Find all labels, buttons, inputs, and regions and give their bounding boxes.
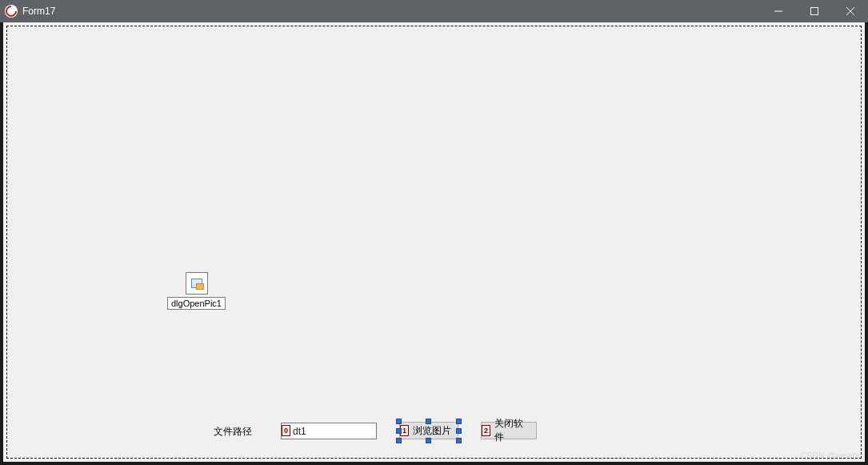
app-icon	[5, 5, 18, 18]
open-dialog-icon	[186, 272, 208, 295]
selection-handle-middle-left[interactable]	[396, 428, 402, 434]
tab-order-badge-edit: 0	[282, 425, 290, 436]
selection-handle-middle-right[interactable]	[456, 428, 462, 434]
selection-handle-bottom-left[interactable]	[396, 438, 402, 443]
selection-handle-top-middle[interactable]	[426, 419, 431, 424]
filepath-edit[interactable]	[281, 423, 377, 439]
svg-rect-1	[810, 8, 818, 15]
window-title: Form17	[22, 6, 55, 17]
selection-handle-top-right[interactable]	[456, 419, 462, 424]
client-area: dlgOpenPic1 文件路径 0 1 浏览图片 2 关闭软件 CSDN @w	[3, 22, 865, 462]
form-design-surface[interactable]: dlgOpenPic1 文件路径 0 1 浏览图片 2 关闭软件	[6, 26, 862, 459]
titlebar[interactable]: Form17	[0, 0, 868, 22]
window-controls	[760, 0, 868, 22]
selection-handle-bottom-right[interactable]	[456, 438, 462, 443]
watermark: CSDN @weiabc	[801, 451, 862, 460]
maximize-button[interactable]	[796, 0, 832, 22]
minimize-icon	[774, 7, 782, 15]
close-button-label: 关闭软件	[494, 417, 531, 444]
component-caption: dlgOpenPic1	[167, 297, 226, 310]
filepath-label[interactable]: 文件路径	[214, 425, 252, 439]
folder-dialog-icon	[191, 279, 202, 288]
close-icon	[846, 7, 854, 15]
tab-order-badge-close: 2	[482, 425, 490, 436]
browse-button-label: 浏览图片	[413, 424, 451, 438]
designer-window: Form17 dlgOpenPic1 文件路径 0	[0, 0, 868, 465]
selection-handle-top-left[interactable]	[396, 419, 402, 424]
close-window-button[interactable]	[832, 0, 868, 22]
minimize-button[interactable]	[760, 0, 796, 22]
maximize-icon	[810, 7, 818, 15]
selection-handle-bottom-middle[interactable]	[426, 438, 431, 443]
open-dialog-component[interactable]: dlgOpenPic1	[167, 272, 226, 310]
